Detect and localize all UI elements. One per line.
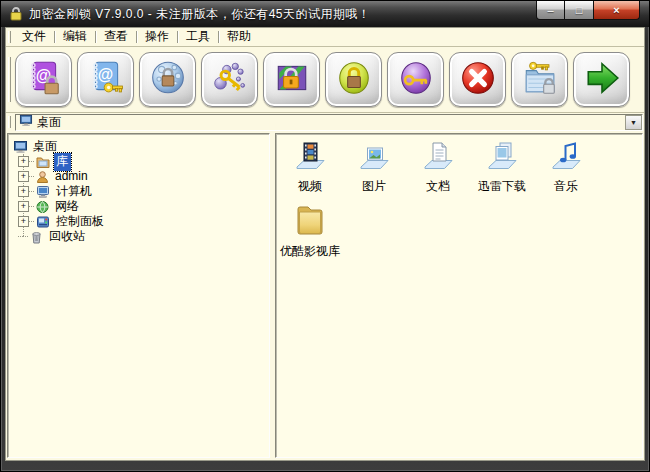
expand-icon[interactable]: + xyxy=(18,156,29,167)
exit-button[interactable] xyxy=(573,52,630,107)
main-panels: 桌面 + 库 xyxy=(6,132,644,460)
menu-separator xyxy=(136,31,137,43)
menu-operate[interactable]: 操作 xyxy=(138,27,176,47)
tree-connector xyxy=(29,191,34,192)
tree-connector xyxy=(23,236,28,237)
file-list-row: 优酷影视库 xyxy=(278,204,640,269)
cancel-icon xyxy=(459,59,497,100)
desktop-icon xyxy=(19,114,33,130)
item-music[interactable]: 音乐 xyxy=(534,139,598,195)
archive-lock-icon xyxy=(273,59,311,100)
archive-lock-button[interactable] xyxy=(263,52,320,107)
addressbar-grip[interactable] xyxy=(8,116,11,129)
folder-icon xyxy=(292,204,328,241)
recycle-bin-icon xyxy=(29,230,44,244)
folder-tree: 桌面 + 库 xyxy=(8,134,269,246)
molecule-key-icon xyxy=(211,59,249,100)
network-icon xyxy=(35,200,50,214)
tree-label-libraries[interactable]: 库 xyxy=(54,153,71,171)
tree-item-libraries[interactable]: + 库 xyxy=(18,154,267,169)
menu-view[interactable]: 查看 xyxy=(97,27,135,47)
item-youku-library[interactable]: 优酷影视库 xyxy=(278,204,342,260)
bubble-sphere-lock-button[interactable] xyxy=(139,52,196,107)
window-controls: – □ × xyxy=(536,1,640,20)
file-list-row: 视频 xyxy=(278,139,640,204)
addressbar: 桌面 ▼ xyxy=(6,113,644,132)
combobox-dropdown-button[interactable]: ▼ xyxy=(625,115,642,130)
music-library-icon xyxy=(548,139,584,176)
tree-connector xyxy=(29,221,34,222)
maximize-button[interactable]: □ xyxy=(565,1,593,20)
bubble-sphere-lock-icon xyxy=(149,59,187,100)
folder-tree-panel: 桌面 + 库 xyxy=(7,133,270,458)
tree-connector xyxy=(29,161,34,162)
expand-icon[interactable]: + xyxy=(18,186,29,197)
menubar-grip[interactable] xyxy=(8,31,11,44)
molecule-key-button[interactable] xyxy=(201,52,258,107)
item-documents[interactable]: 文档 xyxy=(406,139,470,195)
item-label: 优酷影视库 xyxy=(280,243,340,260)
folder-key-lock-icon xyxy=(521,59,559,100)
client-area: 文件 编辑 查看 操作 工具 帮助 xyxy=(5,27,645,461)
tree-item-desktop[interactable]: 桌面 xyxy=(12,139,267,154)
toolbar-grip[interactable] xyxy=(8,57,11,103)
menu-separator xyxy=(218,31,219,43)
item-videos[interactable]: 视频 xyxy=(278,139,342,195)
user-icon xyxy=(35,170,50,184)
menu-separator xyxy=(95,31,96,43)
location-combobox[interactable]: 桌面 ▼ xyxy=(15,114,643,131)
downloads-library-icon xyxy=(484,139,520,176)
menu-file[interactable]: 文件 xyxy=(15,27,53,47)
videos-library-icon xyxy=(292,139,328,176)
item-label: 音乐 xyxy=(554,178,578,195)
tree-item-recycle-bin[interactable]: 回收站 xyxy=(18,229,267,244)
menu-separator xyxy=(177,31,178,43)
tree-connector xyxy=(29,206,34,207)
titlebar: 加密金刚锁 V7.9.0.0 - 未注册版本，你还有45天的试用期哦！ – □ … xyxy=(1,1,649,27)
exit-arrow-icon xyxy=(583,59,621,100)
menu-edit[interactable]: 编辑 xyxy=(56,27,94,47)
tree-connector xyxy=(29,176,34,177)
computer-icon xyxy=(35,185,51,199)
menubar: 文件 编辑 查看 操作 工具 帮助 xyxy=(6,28,644,47)
expand-icon[interactable]: + xyxy=(18,171,29,182)
app-window: 加密金刚锁 V7.9.0.0 - 未注册版本，你还有45天的试用期哦！ – □ … xyxy=(0,0,650,472)
green-orb-lock-button[interactable] xyxy=(325,52,382,107)
close-button[interactable]: × xyxy=(593,1,640,20)
file-list-panel: 视频 xyxy=(275,133,643,458)
purple-orb-key-icon xyxy=(397,59,435,100)
svg-text:@: @ xyxy=(35,67,50,84)
folder-key-lock-button[interactable] xyxy=(511,52,568,107)
pictures-library-icon xyxy=(356,139,392,176)
expand-icon[interactable]: + xyxy=(18,216,29,227)
window-title: 加密金刚锁 V7.9.0.0 - 未注册版本，你还有45天的试用期哦！ xyxy=(29,6,371,23)
addressbook-lock-icon: @ xyxy=(25,59,63,100)
toolbar: @ @ xyxy=(6,47,644,113)
libraries-icon xyxy=(35,155,51,169)
location-value: 桌面 xyxy=(37,114,61,131)
chevron-down-icon: ▼ xyxy=(630,119,637,126)
tree-children: + 库 + xyxy=(18,154,267,244)
documents-library-icon xyxy=(420,139,456,176)
item-label: 视频 xyxy=(298,178,322,195)
green-orb-lock-icon xyxy=(335,59,373,100)
desktop-icon xyxy=(13,140,28,154)
tree-label-recycle-bin[interactable]: 回收站 xyxy=(47,228,88,246)
item-label: 迅雷下载 xyxy=(478,178,526,195)
item-label: 图片 xyxy=(362,178,386,195)
svg-text:@: @ xyxy=(97,66,112,83)
item-pictures[interactable]: 图片 xyxy=(342,139,406,195)
menu-help[interactable]: 帮助 xyxy=(220,27,258,47)
addressbook-key-button[interactable]: @ xyxy=(77,52,134,107)
menu-tools[interactable]: 工具 xyxy=(179,27,217,47)
minimize-button[interactable]: – xyxy=(536,1,565,20)
file-list: 视频 xyxy=(276,134,642,274)
purple-orb-key-button[interactable] xyxy=(387,52,444,107)
menu-separator xyxy=(54,31,55,43)
item-thunder-downloads[interactable]: 迅雷下载 xyxy=(470,139,534,195)
cancel-button[interactable] xyxy=(449,52,506,107)
addressbook-lock-button[interactable]: @ xyxy=(15,52,72,107)
addressbook-key-icon: @ xyxy=(87,59,125,100)
item-label: 文档 xyxy=(426,178,450,195)
expand-icon[interactable]: + xyxy=(18,201,29,212)
